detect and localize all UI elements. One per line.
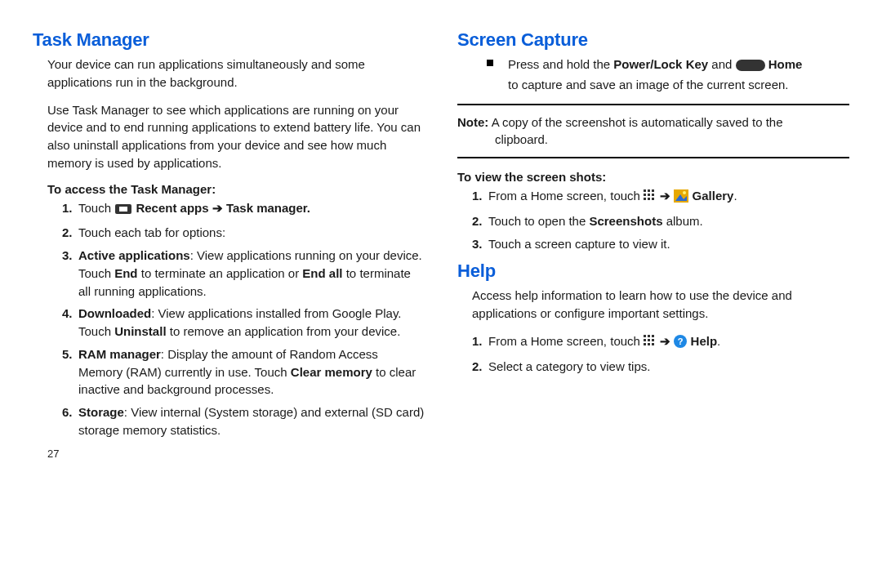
arrow-icon: ➔ — [660, 334, 674, 348]
note-label: Note: — [457, 115, 488, 129]
step3-label: Active applications — [78, 248, 190, 262]
step1-taskmgr-label: Task manager. — [226, 201, 310, 215]
h1-text-a: From a Home screen, touch — [488, 334, 644, 348]
svg-rect-8 — [652, 194, 654, 196]
apps-grid-icon — [644, 335, 657, 353]
sc-power-key: Power/Lock Key — [613, 57, 708, 71]
sc-text-a: Press and hold the — [508, 57, 613, 71]
arrow-icon: ➔ — [660, 189, 674, 203]
svg-rect-4 — [648, 189, 650, 192]
svg-rect-19 — [648, 339, 650, 341]
help-step-2: 2. Select a category to view tips. — [472, 358, 849, 376]
h1-help-label: Help — [691, 334, 718, 348]
screen-capture-instruction: Press and hold the Power/Lock Key and Ho… — [487, 56, 849, 94]
apps-grid-icon — [644, 189, 657, 207]
left-column: Task Manager Your device can run applica… — [33, 29, 425, 572]
v3-text: Touch a screen capture to view it. — [488, 237, 670, 251]
v2-text-a: Touch to open the — [488, 214, 589, 228]
svg-rect-3 — [644, 189, 646, 192]
page-number: 27 — [47, 448, 425, 460]
svg-rect-16 — [648, 335, 650, 337]
svg-rect-5 — [652, 189, 654, 192]
svg-rect-15 — [644, 335, 646, 337]
svg-rect-23 — [652, 343, 654, 345]
note-clipboard: clipboard. — [457, 131, 849, 149]
svg-point-14 — [683, 191, 686, 194]
subhead-access-task-manager: To access the Task Manager: — [47, 182, 425, 196]
heading-task-manager: Task Manager — [33, 29, 425, 51]
step2-text: Touch each tab for options: — [78, 225, 225, 239]
view-step-3: 3. Touch a screen capture to view it. — [472, 235, 849, 253]
view-step-1: 1. From a Home screen, touch ➔ Gallery. — [472, 187, 849, 207]
sc-home-label: Home — [765, 57, 803, 71]
svg-rect-1 — [119, 207, 127, 212]
sc-text-b: to capture and save an image of the curr… — [508, 78, 789, 91]
svg-rect-6 — [644, 194, 646, 196]
recent-apps-icon — [114, 202, 132, 220]
svg-rect-7 — [648, 194, 650, 196]
step4-label: Downloaded — [78, 306, 151, 320]
step3-endall: End all — [302, 266, 342, 280]
task-manager-steps: 1. Touch Recent apps ➔ Task manager. 2. … — [47, 199, 425, 439]
note-text: A copy of the screenshot is automaticall… — [488, 115, 782, 129]
arrow-icon: ➔ — [212, 201, 223, 215]
step-6: 6. Storage: View internal (System storag… — [62, 403, 425, 439]
svg-rect-9 — [644, 198, 646, 200]
gallery-icon — [674, 189, 688, 207]
svg-rect-18 — [644, 339, 646, 341]
help-intro: Access help information to learn how to … — [472, 287, 849, 323]
home-pill-icon — [736, 58, 765, 76]
step6-text: : View internal (System storage) and ext… — [78, 405, 424, 437]
step6-label: Storage — [78, 405, 124, 419]
heading-screen-capture: Screen Capture — [457, 29, 849, 51]
step4-uninstall: Uninstall — [114, 324, 166, 338]
subhead-view-screenshots: To view the screen shots: — [457, 170, 849, 184]
step5-label: RAM manager — [78, 347, 161, 361]
v2-screenshots-label: Screenshots — [589, 214, 662, 228]
heading-help: Help — [457, 261, 849, 282]
v2-text-b: album. — [662, 214, 702, 228]
svg-rect-21 — [644, 343, 646, 345]
help-icon: ? — [674, 335, 687, 353]
view-screenshots-steps: 1. From a Home screen, touch ➔ Gallery. … — [457, 187, 849, 252]
step-5: 5. RAM manager: Display the amount of Ra… — [62, 345, 425, 399]
svg-rect-11 — [652, 198, 654, 200]
step-4: 4. Downloaded: View applications install… — [62, 305, 425, 341]
v1-text-a: From a Home screen, touch — [488, 189, 644, 203]
svg-rect-22 — [648, 343, 650, 345]
step1-recent-label: Recent apps — [136, 201, 212, 215]
svg-rect-17 — [652, 335, 654, 337]
sc-text-and: and — [708, 57, 735, 71]
step4-text-b: to remove an application from your devic… — [167, 324, 401, 338]
help-step-1: 1. From a Home screen, touch ➔ ? Help. — [472, 332, 849, 353]
note-block: Note: A copy of the screenshot is automa… — [457, 104, 849, 159]
step-3: 3. Active applications: View application… — [62, 247, 425, 300]
step-1: 1. Touch Recent apps ➔ Task manager. — [62, 199, 425, 220]
task-manager-intro-2: Use Task Manager to see which applicatio… — [47, 101, 425, 172]
svg-rect-10 — [648, 198, 650, 200]
step3-end: End — [114, 266, 137, 280]
right-column: Screen Capture Press and hold the Power/… — [457, 29, 849, 572]
svg-rect-20 — [652, 339, 654, 341]
step-2: 2. Touch each tab for options: — [62, 224, 425, 242]
v1-gallery-label: Gallery — [693, 189, 734, 203]
view-step-2: 2. Touch to open the Screenshots album. — [472, 212, 849, 230]
step3-text-b: to terminate an application or — [138, 266, 303, 280]
svg-text:?: ? — [678, 336, 684, 346]
h2-text: Select a category to view tips. — [488, 359, 650, 373]
svg-rect-2 — [736, 60, 765, 71]
task-manager-intro-1: Your device can run applications simulta… — [47, 56, 425, 91]
help-steps: 1. From a Home screen, touch ➔ ? Help. 2… — [457, 332, 849, 376]
step5-clear: Clear memory — [291, 365, 372, 379]
step1-text-a: Touch — [78, 201, 114, 215]
